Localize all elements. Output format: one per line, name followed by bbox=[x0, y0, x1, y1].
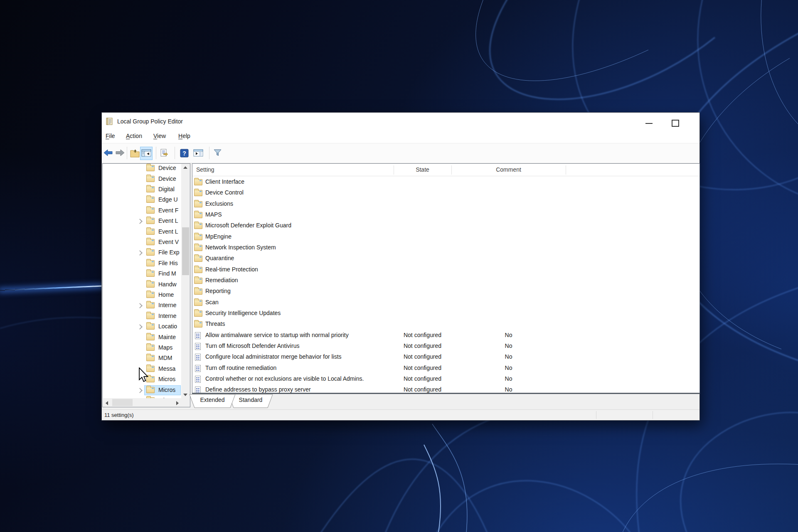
column-headers: Setting State Comment bbox=[192, 164, 699, 176]
setting-comment: No bbox=[451, 365, 566, 371]
list-setting-row[interactable]: Control whether or not exclusions are vi… bbox=[192, 374, 699, 384]
tree-item-selected[interactable]: Micros bbox=[103, 385, 181, 396]
folder-icon bbox=[146, 229, 155, 235]
minimize-button[interactable] bbox=[638, 113, 660, 129]
tree-item[interactable]: Interne bbox=[103, 300, 181, 311]
tree-item[interactable]: MDM bbox=[103, 353, 181, 364]
tab-standard[interactable]: Standard bbox=[229, 397, 273, 403]
list-folder-row[interactable]: Remediation bbox=[192, 275, 699, 286]
up-one-level-icon[interactable] bbox=[130, 149, 140, 159]
tree-item[interactable]: Locatio bbox=[103, 322, 181, 332]
folder-icon bbox=[146, 239, 155, 245]
tree-item[interactable]: Handw bbox=[103, 280, 181, 290]
list-folder-row[interactable]: Quarantine bbox=[192, 253, 699, 264]
list-setting-row[interactable]: Define addresses to bypass proxy serverN… bbox=[192, 384, 699, 393]
folder-icon bbox=[194, 278, 202, 284]
column-divider[interactable] bbox=[566, 165, 566, 175]
scroll-up-icon bbox=[183, 166, 187, 169]
expander-chevron-icon[interactable] bbox=[137, 303, 143, 308]
column-header-state[interactable]: State bbox=[394, 166, 451, 173]
vertical-scroll-thumb[interactable] bbox=[182, 227, 189, 275]
list-folder-row[interactable]: Threats bbox=[192, 319, 699, 330]
folder-icon bbox=[146, 260, 155, 266]
list-folder-row[interactable]: Reporting bbox=[192, 286, 699, 297]
tree-item[interactable]: Interne bbox=[103, 311, 181, 322]
filter-icon[interactable] bbox=[213, 149, 222, 159]
help-icon[interactable]: ? bbox=[180, 149, 189, 159]
menu-view[interactable]: View bbox=[153, 133, 166, 139]
list-folder-row[interactable]: Client Interface bbox=[192, 177, 699, 187]
column-header-setting[interactable]: Setting bbox=[196, 166, 214, 173]
expander-chevron-icon[interactable] bbox=[137, 219, 143, 224]
tree-item[interactable]: Home bbox=[103, 290, 181, 300]
column-divider[interactable] bbox=[394, 165, 394, 175]
list-folder-row[interactable]: MAPS bbox=[192, 209, 699, 220]
list-folder-row[interactable]: Real-time Protection bbox=[192, 264, 699, 275]
list-folder-row[interactable]: Device Control bbox=[192, 187, 699, 198]
folder-icon bbox=[146, 207, 155, 214]
tree-item[interactable]: Event L bbox=[103, 216, 181, 227]
folder-icon bbox=[146, 323, 155, 330]
folder-icon bbox=[146, 334, 155, 340]
folder-icon bbox=[146, 302, 155, 308]
scroll-up-button[interactable] bbox=[181, 164, 190, 171]
tree-item[interactable]: Event F bbox=[103, 206, 181, 216]
tree-item[interactable]: Digital bbox=[103, 185, 181, 195]
list-folder-row[interactable]: MpEngine bbox=[192, 232, 699, 242]
menu-action[interactable]: Action bbox=[126, 133, 142, 139]
folder-icon bbox=[194, 201, 202, 207]
list-folder-row[interactable]: Microsoft Defender Exploit Guard bbox=[192, 220, 699, 231]
tree-item[interactable]: Find M bbox=[103, 269, 181, 279]
tree-item[interactable]: File His bbox=[103, 259, 181, 269]
policy-setting-icon bbox=[195, 354, 201, 361]
tree-item[interactable]: Mainte bbox=[103, 332, 181, 343]
maximize-button[interactable] bbox=[664, 113, 686, 129]
list-folder-row[interactable]: Network Inspection System bbox=[192, 242, 699, 253]
tree-vertical-scrollbar[interactable] bbox=[181, 164, 190, 398]
list-setting-row[interactable]: Allow antimalware service to startup wit… bbox=[192, 330, 699, 341]
show-console-tree-icon[interactable] bbox=[141, 149, 151, 159]
folder-icon bbox=[194, 245, 202, 251]
horizontal-scroll-thumb[interactable] bbox=[112, 399, 133, 406]
expander-chevron-icon[interactable] bbox=[137, 324, 143, 330]
list-folder-row[interactable]: Scan bbox=[192, 297, 699, 308]
expander-chevron-icon[interactable] bbox=[137, 250, 143, 256]
list-setting-row[interactable]: Turn off routine remediationNot configur… bbox=[192, 363, 699, 374]
list-folder-row[interactable]: Security Intelligence Updates bbox=[192, 308, 699, 319]
back-icon[interactable] bbox=[103, 149, 113, 158]
toolbar-separator bbox=[209, 147, 209, 159]
tree-item[interactable]: Maps bbox=[103, 343, 181, 353]
menu-file[interactable]: File bbox=[106, 133, 115, 139]
svg-text:?: ? bbox=[182, 150, 186, 157]
setting-comment: No bbox=[451, 332, 566, 338]
toolbar-separator bbox=[127, 147, 127, 159]
folder-icon bbox=[146, 197, 155, 203]
tree-item[interactable]: Edge U bbox=[103, 195, 181, 205]
forward-icon[interactable] bbox=[115, 149, 125, 158]
title-bar[interactable]: Local Group Policy Editor bbox=[102, 113, 699, 129]
tree-item[interactable]: Device bbox=[103, 164, 181, 174]
minimize-icon bbox=[645, 123, 653, 124]
folder-icon bbox=[146, 387, 155, 393]
list-folder-row[interactable]: Exclusions bbox=[192, 199, 699, 209]
scroll-right-button[interactable] bbox=[174, 399, 181, 406]
menu-help[interactable]: Help bbox=[178, 133, 190, 139]
export-list-icon[interactable] bbox=[160, 149, 170, 159]
show-properties-window-icon[interactable] bbox=[193, 149, 203, 159]
tree-horizontal-scrollbar[interactable] bbox=[103, 398, 190, 407]
folder-icon bbox=[194, 321, 202, 328]
column-divider[interactable] bbox=[451, 165, 452, 175]
folder-icon bbox=[194, 212, 202, 218]
gpedit-scroll-icon bbox=[106, 117, 114, 127]
expander-chevron-icon[interactable] bbox=[137, 388, 143, 393]
scroll-left-button[interactable] bbox=[103, 399, 111, 406]
list-setting-row[interactable]: Configure local administrator merge beha… bbox=[192, 352, 699, 362]
tree-item[interactable]: File Exp bbox=[103, 248, 181, 258]
setting-state: Not configured bbox=[394, 375, 451, 382]
tree-item[interactable]: Event V bbox=[103, 237, 181, 248]
list-setting-row[interactable]: Turn off Microsoft Defender AntivirusNot… bbox=[192, 341, 699, 352]
policy-setting-icon bbox=[195, 387, 201, 393]
tree-item[interactable]: Device bbox=[103, 174, 181, 185]
column-header-comment[interactable]: Comment bbox=[451, 166, 566, 173]
tree-item[interactable]: Event L bbox=[103, 227, 181, 237]
